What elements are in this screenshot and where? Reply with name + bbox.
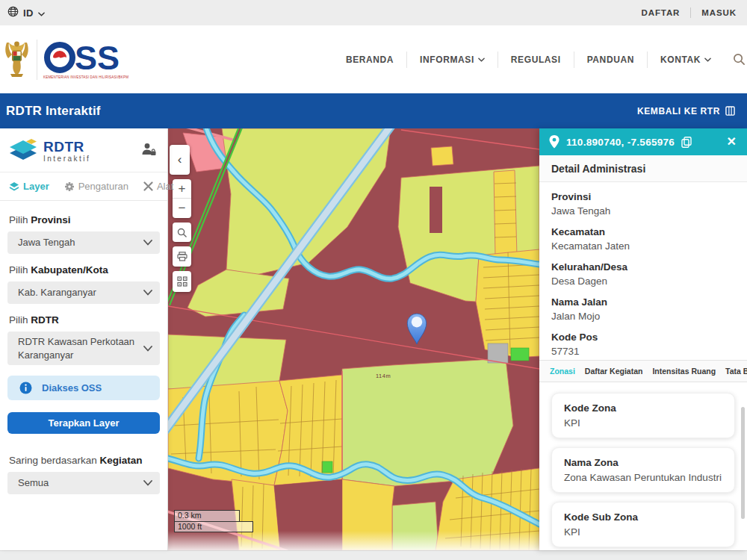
chevron-down-icon bbox=[143, 240, 152, 246]
close-icon[interactable]: ✕ bbox=[727, 136, 737, 148]
card-nama-zona: Nama Zona Zona Kawasan Peruntukan Indust… bbox=[551, 447, 735, 493]
basemap-grid-icon bbox=[177, 276, 187, 287]
coordinates-value: 110.890740, -7.565976 bbox=[566, 137, 675, 148]
sidebar-brand: RDTR Interaktif bbox=[0, 128, 167, 172]
kegiatan-select[interactable]: Semua bbox=[7, 472, 160, 494]
map-print-button[interactable] bbox=[173, 246, 191, 267]
oss-logo-caption: KEMENTERIAN INVESTASI DAN HILIRISASI/BKP… bbox=[43, 75, 131, 79]
zoom-in-button[interactable]: + bbox=[173, 179, 191, 199]
tab-tata-bangunan[interactable]: Tata Bangunan bbox=[725, 367, 747, 376]
diakses-oss-button[interactable]: Diakses OSS bbox=[7, 376, 160, 400]
register-link[interactable]: DAFTAR bbox=[642, 8, 681, 17]
top-utility-bar: ID DAFTAR MASUK bbox=[0, 0, 747, 25]
field-provinsi: Provinsi Jawa Tengah bbox=[551, 191, 735, 217]
chevron-down-icon bbox=[143, 290, 152, 296]
user-lock-icon[interactable] bbox=[140, 142, 157, 160]
rdtr-interaktif-page: ID DAFTAR MASUK bbox=[0, 0, 747, 560]
card-kode-zona: Kode Zona KPI bbox=[551, 393, 735, 438]
terapkan-layer-button[interactable]: Terapkan Layer bbox=[7, 412, 160, 434]
panel-scrollbar[interactable] bbox=[741, 407, 745, 519]
tab-daftar-kegiatan[interactable]: Daftar Kegiatan bbox=[585, 367, 643, 376]
svg-text:SS: SS bbox=[75, 40, 120, 75]
sidebar-brand-subtitle: Interaktif bbox=[43, 155, 90, 163]
printer-icon bbox=[177, 252, 187, 261]
back-to-rtr-link[interactable]: KEMBALI KE RTR bbox=[637, 106, 735, 116]
search-icon[interactable] bbox=[724, 50, 746, 69]
info-icon bbox=[19, 382, 32, 394]
zoning-basemap bbox=[168, 128, 539, 550]
field-kelurahan-desa: Kelurahan/Desa Desa Dagen bbox=[551, 261, 735, 287]
nav-panduan[interactable]: PANDUAN bbox=[574, 52, 648, 68]
copy-icon[interactable] bbox=[681, 137, 692, 148]
rdtr-label: Pilih RDTR bbox=[9, 314, 160, 326]
nav-kontak[interactable]: KONTAK bbox=[648, 52, 724, 68]
regency-label: Pilih Kabupaten/Kota bbox=[9, 264, 160, 276]
zoning-tabs: Zonasi Daftar Kegiatan Intensitas Ruang … bbox=[539, 360, 747, 382]
tab-pengaturan[interactable]: Pengaturan bbox=[64, 181, 128, 192]
chevron-down-icon bbox=[478, 57, 485, 62]
login-link[interactable]: MASUK bbox=[701, 8, 737, 17]
main-header: SS KEMENTERIAN INVESTASI DAN HILIRISASI/… bbox=[0, 25, 747, 93]
chevron-down-icon bbox=[143, 346, 152, 352]
sidebar-collapse-button[interactable]: ‹ bbox=[170, 145, 190, 175]
language-selector[interactable]: ID bbox=[7, 6, 45, 20]
tab-zonasi[interactable]: Zonasi bbox=[550, 367, 575, 376]
search-icon bbox=[177, 228, 187, 237]
scale-ft: 1000 ft bbox=[174, 521, 253, 532]
tab-intensitas-ruang[interactable]: Intensitas Ruang bbox=[652, 367, 716, 376]
globe-icon bbox=[7, 6, 19, 20]
tab-layer[interactable]: Layer bbox=[9, 181, 49, 192]
logo-divider bbox=[37, 40, 37, 80]
tools-icon bbox=[143, 181, 153, 191]
tab-alat[interactable]: Alat bbox=[143, 181, 173, 192]
field-kode-pos: Kode Pos 57731 bbox=[551, 332, 735, 357]
rdtr-logo-icon bbox=[9, 139, 37, 163]
regency-select[interactable]: Kab. Karanganyar bbox=[7, 281, 160, 304]
gear-icon bbox=[64, 181, 75, 192]
card-kode-sub-zona: Kode Sub Zona KPI bbox=[551, 502, 735, 547]
footer-strip bbox=[0, 550, 747, 560]
rdtr-select[interactable]: RDTR Kawasan Perkotaan Karanganyar bbox=[7, 332, 160, 365]
oss-logotype: SS bbox=[43, 40, 131, 75]
province-label: Pilih Provinsi bbox=[9, 214, 160, 225]
page-subheader: RDTR Interaktif KEMBALI KE RTR bbox=[0, 93, 747, 128]
zone-cards: Kode Zona KPI Nama Zona Zona Kawasan Per… bbox=[539, 382, 747, 550]
chevron-down-icon bbox=[38, 6, 45, 19]
map-book-icon bbox=[725, 106, 735, 116]
sidebar-tabs: Layer Pengaturan Alat bbox=[0, 172, 167, 201]
basemap-grid-button[interactable] bbox=[173, 271, 191, 292]
main-nav: BERANDA INFORMASI REGULASI PANDUAN KONTA… bbox=[333, 50, 747, 69]
map-scale-bar: 0.3 km 1000 ft bbox=[174, 510, 253, 532]
field-nama-jalan: Nama Jalan Jalan Mojo bbox=[551, 296, 735, 322]
garuda-emblem bbox=[3, 38, 31, 81]
zoning-map[interactable]: 114m ‹ + − 0.3 km 1000 ft bbox=[168, 128, 539, 550]
zoom-out-button[interactable]: − bbox=[173, 199, 191, 218]
zoom-control: + − bbox=[173, 179, 191, 218]
nav-beranda[interactable]: BERANDA bbox=[333, 52, 407, 68]
filter-kegiatan-label: Saring berdasarkan Kegiatan bbox=[9, 455, 160, 466]
province-select[interactable]: Jawa Tengah bbox=[7, 231, 160, 254]
map-elevation-label: 114m bbox=[376, 373, 391, 379]
detail-administrasi-header: Detail Administrasi bbox=[539, 155, 747, 182]
coordinate-bar: 110.890740, -7.565976 ✕ bbox=[539, 128, 747, 155]
location-pin-icon bbox=[549, 135, 560, 149]
map-search-button[interactable] bbox=[173, 223, 191, 242]
chevron-down-icon bbox=[143, 480, 152, 486]
language-label: ID bbox=[23, 7, 34, 19]
page-title: RDTR Interaktif bbox=[6, 104, 101, 119]
field-kecamatan: Kecamatan Kecamatan Jaten bbox=[551, 226, 735, 252]
topbar-separator bbox=[690, 7, 691, 18]
nav-regulasi[interactable]: REGULASI bbox=[498, 52, 574, 68]
nav-informasi[interactable]: INFORMASI bbox=[407, 52, 498, 68]
chevron-down-icon bbox=[704, 57, 711, 62]
administrative-fields: Provinsi Jawa Tengah Kecamatan Kecamatan… bbox=[539, 182, 747, 357]
detail-panel: 110.890740, -7.565976 ✕ Detail Administr… bbox=[539, 128, 747, 550]
layers-icon bbox=[9, 181, 19, 192]
oss-logo[interactable]: SS KEMENTERIAN INVESTASI DAN HILIRISASI/… bbox=[0, 38, 131, 81]
layer-sidebar: RDTR Interaktif Layer Pengaturan Alat Pi… bbox=[0, 128, 168, 550]
scale-km: 0.3 km bbox=[174, 510, 240, 521]
sidebar-brand-title: RDTR bbox=[43, 140, 90, 154]
